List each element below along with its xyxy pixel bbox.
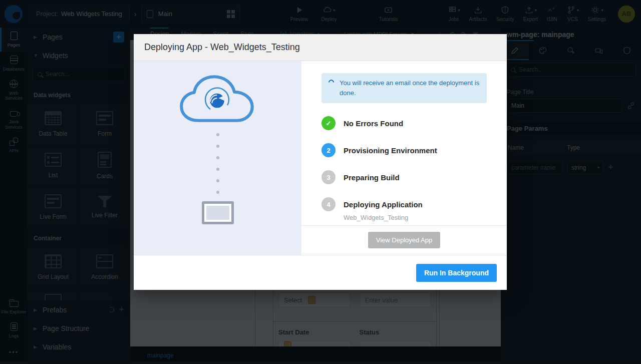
cloud-deploy-icon xyxy=(176,71,259,127)
step-provisioning: 2 Provisioning Environment xyxy=(322,143,487,157)
step-title: Preparing Build xyxy=(344,173,400,182)
step-number-badge: 2 xyxy=(322,143,336,157)
step-no-errors: ✓ No Errors Found xyxy=(322,116,487,130)
step-preparing-build: 3 Preparing Build xyxy=(322,170,487,184)
step-deploying-application: 4 Deploying Application xyxy=(322,197,487,211)
step-title: Deploying Application xyxy=(344,200,423,209)
deploy-steps-pane: You will receive an email once the deplo… xyxy=(301,61,507,255)
deploy-illustration xyxy=(134,61,301,255)
deploy-info-text: You will receive an email once the deplo… xyxy=(340,78,480,98)
step-title: No Errors Found xyxy=(344,119,403,128)
view-deployed-area: View Deployed App xyxy=(301,225,507,255)
view-deployed-app-button[interactable]: View Deployed App xyxy=(368,232,441,248)
wavemaker-studio: Project: Web Widgets Testing › Main Prev… xyxy=(0,0,641,364)
step-title: Provisioning Environment xyxy=(344,146,437,155)
spinner-icon xyxy=(328,79,336,87)
dotted-trail xyxy=(216,133,219,194)
run-in-background-button[interactable]: Run In Background xyxy=(416,264,497,282)
deploy-modal-footer: Run In Background xyxy=(134,255,507,290)
deploy-modal-body: You will receive an email once the deplo… xyxy=(134,61,507,255)
deploy-info-banner: You will receive an email once the deplo… xyxy=(322,73,487,103)
deploy-modal-title: Deploying App - Web_Widgets_Testing xyxy=(134,34,507,61)
monitor-icon xyxy=(202,201,234,224)
step-check-icon: ✓ xyxy=(322,116,336,130)
step-subtitle: Web_Widgets_Testing xyxy=(344,214,487,221)
deploy-modal: Deploying App - Web_Widgets_Testing xyxy=(134,34,507,290)
step-number-badge: 4 xyxy=(322,197,336,211)
step-number-badge: 3 xyxy=(322,170,336,184)
